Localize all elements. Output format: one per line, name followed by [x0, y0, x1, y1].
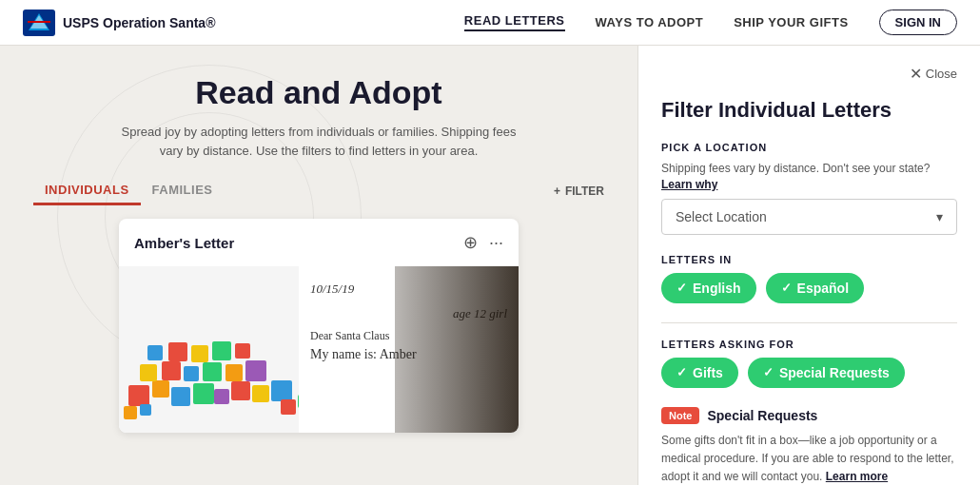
filter-title: Filter Individual Letters: [661, 98, 957, 123]
add-circle-icon[interactable]: ⊕: [463, 232, 478, 253]
location-section: PICK A LOCATION Shipping fees vary by di…: [661, 142, 957, 235]
note-row: Note Special Requests: [661, 407, 957, 424]
more-options-icon[interactable]: ···: [489, 233, 503, 253]
asking-pills: ✓ Gifts ✓ Special Requests: [661, 358, 957, 388]
header: USPS Operation Santa® READ LETTERS WAYS …: [0, 0, 980, 46]
svg-rect-14: [184, 366, 199, 381]
usps-logo-icon: [23, 10, 55, 36]
pill-espanol[interactable]: ✓ Español: [766, 273, 864, 303]
svg-rect-6: [171, 387, 190, 406]
svg-rect-12: [140, 364, 157, 381]
tab-individuals[interactable]: INDIVIDUALS: [33, 177, 141, 205]
svg-rect-21: [212, 341, 231, 360]
svg-rect-5: [152, 380, 169, 398]
pill-gifts[interactable]: ✓ Gifts: [661, 358, 738, 388]
logo: USPS Operation Santa®: [23, 10, 215, 36]
shipping-note: Shipping fees vary by distance. Don't se…: [661, 161, 957, 193]
close-label: Close: [926, 67, 957, 81]
pick-location-label: PICK A LOCATION: [661, 142, 957, 153]
main-content: Read and Adopt Spread joy by adopting le…: [0, 46, 980, 485]
pill-special-requests[interactable]: ✓ Special Requests: [748, 358, 905, 388]
note-section: Note Special Requests Some gifts don't f…: [661, 407, 957, 485]
select-location-dropdown[interactable]: Select Location ▾: [661, 199, 957, 235]
svg-rect-20: [191, 345, 208, 362]
letter-card-icons: ⊕ ···: [463, 232, 503, 253]
svg-rect-7: [193, 383, 214, 404]
filter-button[interactable]: + FILTER: [554, 184, 604, 198]
svg-rect-15: [203, 362, 222, 381]
plus-icon: +: [554, 184, 560, 198]
letters-in-section: LETTERS IN ✓ English ✓ Español: [661, 254, 957, 303]
letters-in-label: LETTERS IN: [661, 254, 957, 265]
pill-english[interactable]: ✓ English: [661, 273, 756, 303]
svg-rect-16: [225, 364, 243, 381]
svg-rect-9: [231, 381, 250, 400]
svg-rect-23: [124, 406, 137, 419]
nav-ship-gifts[interactable]: SHIP YOUR GIFTS: [734, 15, 848, 29]
svg-rect-22: [235, 343, 250, 359]
close-filter-button[interactable]: ✕ Close: [910, 65, 957, 83]
check-icon-2: ✓: [781, 281, 792, 295]
pill-special-requests-label: Special Requests: [779, 365, 890, 380]
filter-label: FILTER: [565, 184, 604, 198]
nav: READ LETTERS WAYS TO ADOPT SHIP YOUR GIF…: [464, 10, 957, 35]
learn-more-link[interactable]: Learn more: [826, 470, 888, 483]
svg-rect-4: [128, 385, 149, 406]
close-icon: ✕: [910, 65, 922, 83]
check-icon-4: ✓: [763, 365, 774, 379]
svg-rect-8: [214, 389, 229, 404]
filter-panel-header: ✕ Close: [661, 65, 957, 83]
svg-rect-13: [162, 361, 181, 380]
check-icon: ✓: [676, 281, 687, 295]
page-background: Read and Adopt Spread joy by adopting le…: [0, 46, 637, 485]
page-subtitle: Spread joy by adopting letters from indi…: [119, 123, 519, 160]
pill-english-label: English: [693, 281, 741, 296]
tab-families[interactable]: FAMILIES: [141, 177, 225, 205]
tabs-row: INDIVIDUALS FAMILIES + FILTER: [14, 177, 623, 205]
tabs: INDIVIDUALS FAMILIES: [33, 177, 225, 205]
svg-rect-17: [245, 360, 266, 381]
letter-image: 10/15/19 age 12 girl Dear Santa Claus My…: [119, 266, 519, 433]
sign-in-button[interactable]: SIGN IN: [879, 10, 957, 35]
learn-why-link[interactable]: Learn why: [661, 178, 717, 191]
letter-card: Amber's Letter ⊕ ···: [119, 219, 519, 433]
separator-1: [661, 322, 957, 323]
pill-gifts-label: Gifts: [693, 365, 723, 380]
svg-rect-24: [140, 404, 151, 416]
svg-rect-18: [147, 345, 163, 360]
svg-rect-25: [281, 399, 296, 415]
pill-espanol-label: Español: [797, 281, 849, 296]
note-title: Special Requests: [707, 408, 817, 423]
letters-asking-section: LETTERS ASKING FOR ✓ Gifts ✓ Special Req…: [661, 339, 957, 388]
check-icon-3: ✓: [676, 365, 687, 379]
page-title: Read and Adopt: [195, 74, 441, 111]
nav-read-letters[interactable]: READ LETTERS: [464, 13, 565, 31]
brand-name: USPS Operation Santa®: [63, 15, 215, 30]
dark-overlay: [395, 266, 519, 433]
letter-card-header: Amber's Letter ⊕ ···: [119, 219, 519, 266]
svg-rect-11: [271, 380, 292, 401]
chevron-down-icon: ▾: [936, 209, 943, 224]
svg-rect-19: [168, 342, 187, 361]
letter-title: Amber's Letter: [134, 235, 234, 251]
svg-rect-10: [252, 385, 269, 402]
select-location-placeholder: Select Location: [676, 209, 767, 224]
note-badge: Note: [661, 407, 699, 424]
filter-panel: ✕ Close Filter Individual Letters PICK A…: [637, 46, 980, 485]
letters-asking-label: LETTERS ASKING FOR: [661, 339, 957, 350]
note-text: Some gifts don't fit in a box—like a job…: [661, 432, 957, 485]
nav-ways-to-adopt[interactable]: WAYS TO ADOPT: [596, 15, 704, 29]
svg-rect-3: [28, 21, 50, 23]
language-pills: ✓ English ✓ Español: [661, 273, 957, 303]
